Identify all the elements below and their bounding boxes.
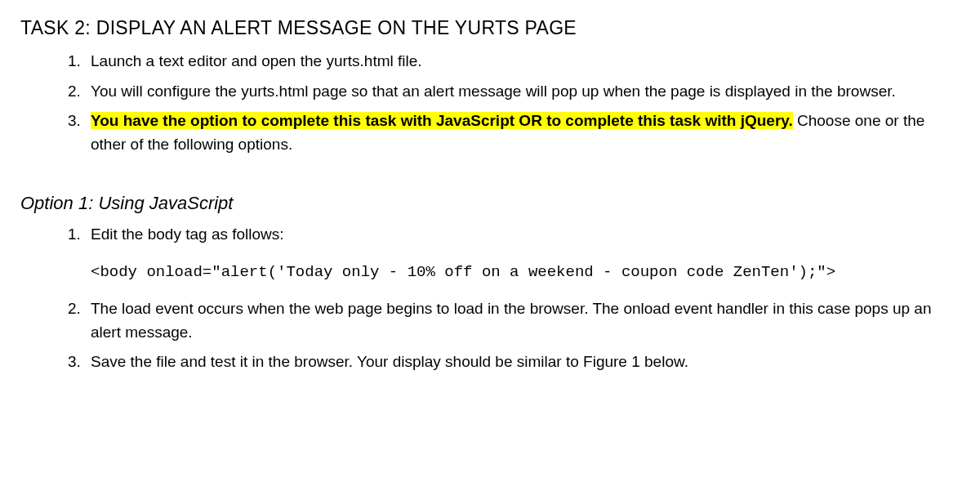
option-step-1: 1. Edit the body tag as follows: <body o… bbox=[68, 223, 960, 283]
step-text: You will configure the yurts.html page s… bbox=[91, 83, 896, 100]
task-steps-list: 1. Launch a text editor and open the yur… bbox=[20, 50, 960, 156]
option-step-2: 2. The load event occurs when the web pa… bbox=[68, 297, 960, 344]
step-number: 3. bbox=[68, 109, 81, 133]
step-number: 1. bbox=[68, 223, 81, 247]
step-text: Save the file and test it in the browser… bbox=[91, 353, 688, 370]
option-step-3: 3. Save the file and test it in the brow… bbox=[68, 350, 960, 374]
task-step-2: 2. You will configure the yurts.html pag… bbox=[68, 80, 960, 104]
step-number: 1. bbox=[68, 50, 81, 74]
task-title: TASK 2: DISPLAY AN ALERT MESSAGE ON THE … bbox=[20, 15, 960, 42]
highlighted-text: You have the option to complete this tas… bbox=[91, 112, 793, 129]
step-number: 3. bbox=[68, 350, 81, 374]
step-text: Launch a text editor and open the yurts.… bbox=[91, 52, 422, 69]
step-number: 2. bbox=[68, 297, 81, 321]
task-step-1: 1. Launch a text editor and open the yur… bbox=[68, 50, 960, 74]
step-number: 2. bbox=[68, 80, 81, 104]
code-block: <body onload="alert('Today only - 10% of… bbox=[91, 261, 960, 283]
step-text: Edit the body tag as follows: bbox=[91, 225, 284, 243]
option-title: Option 1: Using JavaScript bbox=[20, 190, 960, 216]
option-steps-list: 1. Edit the body tag as follows: <body o… bbox=[20, 223, 960, 374]
step-text: The load event occurs when the web page … bbox=[91, 300, 932, 341]
task-step-3: 3. You have the option to complete this … bbox=[68, 109, 960, 156]
